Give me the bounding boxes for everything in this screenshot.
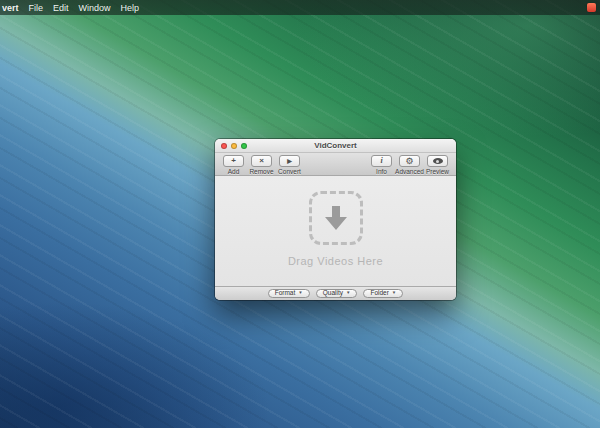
remove-button-label: Remove (249, 168, 273, 175)
bottom-bar: Format ▼ Quality ▼ Folder ▼ (215, 286, 456, 300)
chevron-down-icon: ▼ (298, 291, 302, 296)
eye-icon (433, 158, 443, 164)
add-button-label: Add (228, 168, 240, 175)
info-icon: i (380, 157, 382, 165)
toolbar: + Add × Remove ▶ Convert i Info ⚙ Advanc… (215, 153, 456, 176)
dropzone-label: Drag Videos Here (288, 255, 383, 267)
format-dropdown-label: Format (275, 290, 296, 297)
advanced-button-label: Advanced (395, 168, 424, 175)
drop-area[interactable]: Drag Videos Here (215, 176, 456, 286)
toolbar-right-group: i Info ⚙ Advanced Preview (369, 155, 450, 175)
menu-help[interactable]: Help (121, 3, 140, 13)
dropzone-dashed-box[interactable] (309, 191, 363, 245)
convert-button[interactable]: ▶ Convert (277, 155, 302, 175)
preview-button-label: Preview (426, 168, 449, 175)
info-button-label: Info (376, 168, 387, 175)
gear-icon: ⚙ (405, 156, 413, 165)
toolbar-left-group: + Add × Remove ▶ Convert (221, 155, 302, 175)
menu-edit[interactable]: Edit (53, 3, 69, 13)
menubar-extra-icon[interactable] (587, 3, 596, 12)
app-menu[interactable]: vert (2, 3, 19, 13)
play-icon: ▶ (287, 158, 292, 164)
preview-button[interactable]: Preview (425, 155, 450, 175)
menu-bar: vert File Edit Window Help (0, 0, 600, 15)
quality-dropdown-label: Quality (323, 290, 343, 297)
down-arrow-icon (325, 206, 347, 230)
format-dropdown[interactable]: Format ▼ (268, 289, 310, 298)
info-button[interactable]: i Info (369, 155, 394, 175)
add-button[interactable]: + Add (221, 155, 246, 175)
folder-dropdown[interactable]: Folder ▼ (363, 289, 403, 298)
chevron-down-icon: ▼ (392, 291, 396, 296)
vidconvert-window: VidConvert + Add × Remove ▶ Convert i In… (215, 139, 456, 300)
remove-button[interactable]: × Remove (249, 155, 274, 175)
cross-icon: × (259, 157, 264, 165)
folder-dropdown-label: Folder (370, 290, 388, 297)
menu-window[interactable]: Window (79, 3, 111, 13)
plus-icon: + (231, 157, 236, 165)
title-bar[interactable]: VidConvert (215, 139, 456, 153)
advanced-button[interactable]: ⚙ Advanced (397, 155, 422, 175)
chevron-down-icon: ▼ (346, 291, 350, 296)
window-title: VidConvert (215, 141, 456, 150)
menu-file[interactable]: File (29, 3, 44, 13)
quality-dropdown[interactable]: Quality ▼ (316, 289, 358, 298)
convert-button-label: Convert (278, 168, 301, 175)
